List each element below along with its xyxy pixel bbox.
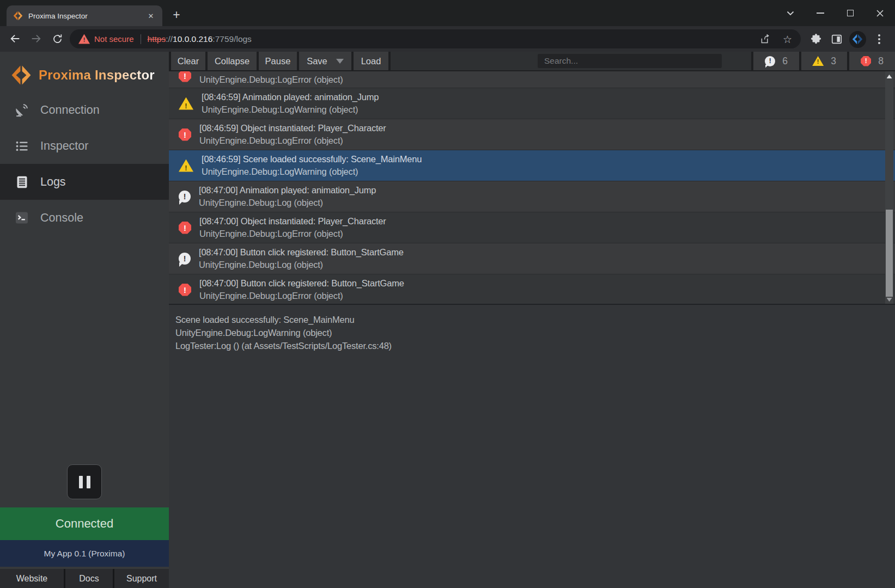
not-secure-warning-icon: ! (78, 34, 90, 44)
log-list: ! UnityEngine.Debug:LogError (object) ! … (169, 71, 895, 305)
pause-stream-button[interactable] (67, 464, 102, 499)
log-stacktrace: UnityEngine.Debug:LogError (object) (199, 134, 386, 147)
tab-title: Proxima Inspector (28, 12, 141, 20)
sidebar-item-label: Inspector (40, 139, 88, 153)
log-entry[interactable]: ! [08:47:00] Animation played: animation… (169, 181, 895, 212)
window-maximize-button[interactable] (835, 0, 865, 26)
list-icon (13, 139, 31, 154)
scrollbar[interactable] (885, 71, 893, 305)
log-message: [08:47:00] Object instantiated: Player_C… (199, 215, 386, 228)
proxima-logo-icon (11, 65, 32, 85)
extensions-puzzle-icon[interactable] (807, 30, 825, 48)
log-stacktrace: UnityEngine.Debug:LogWarning (object) (202, 166, 422, 178)
log-entry[interactable]: ! [08:46:59] Animation played: animation… (169, 88, 895, 119)
log-entry[interactable]: ! [08:46:59] Object instantiated: Player… (169, 119, 895, 150)
load-button[interactable]: Load (354, 52, 388, 70)
scroll-up-icon[interactable] (887, 75, 892, 78)
url-divider (141, 34, 141, 44)
log-message: [08:47:00] Button click registered: Butt… (199, 246, 404, 259)
log-entry[interactable]: ! UnityEngine.Debug:LogError (object) (169, 71, 895, 88)
reload-icon[interactable] (48, 30, 66, 47)
log-message: [08:47:00] Animation played: animation_J… (199, 184, 376, 197)
logs-toolbar: Clear Collapse Pause Save Load ! 6 ! 3 !… (169, 52, 895, 71)
info-count-badge[interactable]: ! 6 (753, 52, 799, 70)
detail-line: LogTester:Log () (at Assets/TestScripts/… (175, 339, 895, 352)
scrollbar-thumb[interactable] (886, 210, 893, 297)
log-entry[interactable]: ! [08:47:00] Object instantiated: Player… (169, 212, 895, 243)
window-minimize-button[interactable] (805, 0, 835, 26)
sidebar-item-connection[interactable]: Connection (0, 92, 169, 128)
back-icon[interactable] (7, 30, 24, 47)
sidebar-item-label: Logs (40, 175, 66, 189)
brand: Proxima Inspector (0, 52, 169, 85)
footer-link-docs[interactable]: Docs (65, 569, 113, 588)
window-controls (775, 0, 895, 26)
detail-line: Scene loaded successfully: Scene_MainMen… (175, 313, 895, 326)
sidebar-footer: Website Docs Support (0, 569, 169, 588)
new-tab-button[interactable]: + (169, 8, 184, 23)
brand-title: Proxima Inspector (39, 68, 155, 83)
tab-close-icon[interactable]: ✕ (146, 11, 156, 21)
save-button-label: Save (307, 56, 327, 66)
share-icon[interactable] (759, 33, 771, 45)
app-info-bar: My App 0.1 (Proxima) (0, 540, 169, 567)
error-icon: ! (861, 56, 871, 66)
bookmark-star-icon[interactable]: ☆ (783, 33, 792, 45)
address-bar[interactable]: ! Not secure https://10.0.0.216:7759/log… (70, 29, 801, 48)
search-cell (391, 52, 751, 70)
sidebar-item-logs[interactable]: Logs (0, 164, 169, 200)
info-icon: ! (765, 56, 775, 66)
error-icon: ! (179, 284, 191, 296)
info-icon: ! (179, 191, 191, 203)
pause-button[interactable]: Pause (259, 52, 297, 70)
footer-link-support[interactable]: Support (114, 569, 169, 588)
browser-menu-icon[interactable] (870, 30, 888, 48)
footer-link-website[interactable]: Website (0, 569, 64, 588)
save-dropdown-icon[interactable] (336, 59, 344, 64)
scroll-down-icon[interactable] (887, 298, 892, 302)
info-icon: ! (179, 253, 191, 265)
not-secure-label: Not secure (94, 34, 134, 44)
browser-titlebar: Proxima Inspector ✕ + (0, 0, 895, 26)
error-count: 8 (878, 56, 884, 67)
browser-tab[interactable]: Proxima Inspector ✕ (7, 5, 162, 26)
log-entry[interactable]: ! [08:47:00] Button click registered: Bu… (169, 243, 895, 274)
window-close-button[interactable] (865, 0, 895, 26)
error-icon: ! (179, 222, 191, 234)
info-count: 6 (782, 56, 788, 67)
side-panel-icon[interactable] (828, 30, 845, 48)
profile-avatar[interactable] (849, 30, 866, 48)
log-stacktrace: UnityEngine.Debug:LogError (object) (199, 74, 343, 86)
url-separator: :// (166, 34, 173, 44)
error-count-badge[interactable]: ! 8 (849, 52, 895, 70)
clear-button[interactable]: Clear (171, 52, 205, 70)
search-input[interactable] (538, 54, 722, 68)
sidebar-nav: Connection Inspector (0, 92, 169, 236)
save-button[interactable]: Save (299, 52, 351, 70)
browser-navbar: ! Not secure https://10.0.0.216:7759/log… (0, 26, 895, 52)
warning-icon: ! (812, 56, 824, 66)
warning-count-badge[interactable]: ! 3 (801, 52, 847, 70)
collapse-button[interactable]: Collapse (208, 52, 257, 70)
url-text: https://10.0.0.216:7759/logs (148, 34, 252, 44)
forward-icon[interactable] (27, 30, 45, 47)
connection-status-badge: Connected (0, 507, 169, 540)
log-entry[interactable]: ! [08:46:59] Scene loaded successfully: … (169, 150, 895, 181)
tab-search-chevron-icon[interactable] (775, 0, 805, 26)
warning-icon: ! (179, 97, 193, 110)
sidebar-item-console[interactable]: Console (0, 200, 169, 236)
sidebar-item-label: Connection (40, 103, 100, 117)
log-stacktrace: UnityEngine.Debug:LogError (object) (199, 228, 386, 240)
log-message: [08:47:00] Button click registered: Butt… (199, 277, 404, 290)
proxima-favicon-icon (13, 11, 23, 21)
sidebar-item-inspector[interactable]: Inspector (0, 128, 169, 164)
pause-icon (79, 476, 83, 488)
sidebar: Proxima Inspector Connection (0, 52, 169, 588)
warning-icon: ! (179, 160, 193, 172)
url-path: :7759/logs (212, 34, 252, 44)
url-scheme: https (148, 34, 166, 44)
log-stacktrace: UnityEngine.Debug:LogError (object) (199, 290, 404, 302)
warning-count: 3 (831, 56, 836, 67)
log-message: [08:46:59] Animation played: animation_J… (202, 91, 379, 103)
log-entry[interactable]: ! [08:47:00] Button click registered: Bu… (169, 274, 895, 305)
